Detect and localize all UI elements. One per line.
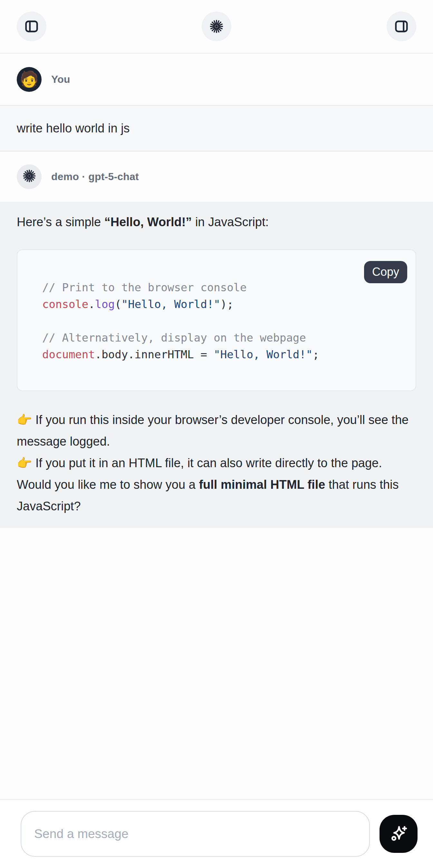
send-button[interactable] <box>379 815 417 853</box>
composer-bar <box>0 799 433 868</box>
code-block: // Print to the browser consoleconsole.l… <box>18 250 415 391</box>
assistant-author-label: demo · gpt-5-chat <box>51 171 139 183</box>
intro-bold-text: “Hello, World!” <box>104 215 192 229</box>
user-message-band: write hello world in js <box>0 105 433 151</box>
copy-code-button[interactable]: Copy <box>364 261 407 283</box>
question-bold-text: full minimal HTML file <box>199 478 325 491</box>
tip-line: 👉 If you put it in an HTML file, it can … <box>17 453 416 474</box>
sidebar-toggle-button[interactable] <box>17 11 47 41</box>
assistant-question-paragraph: Would you like me to show you a full min… <box>17 474 416 517</box>
app-logo-button[interactable] <box>202 11 231 41</box>
user-author-row: 🧑 You <box>0 54 433 105</box>
right-panel-toggle-button[interactable] <box>386 11 416 41</box>
code-line: // Print to the browser console <box>42 279 403 296</box>
assistant-message-band: Here’s a simple “Hello, World!” in JavaS… <box>0 202 433 528</box>
user-author-label: You <box>51 73 70 85</box>
tip-line: 👉 If you run this inside your browser’s … <box>17 409 416 453</box>
panel-left-icon <box>24 19 39 34</box>
code-line: console.log("Hello, World!"); <box>42 296 403 313</box>
starburst-icon <box>22 169 36 184</box>
chat-app: 🧑 You write hello world in js <box>0 0 433 868</box>
user-avatar: 🧑 <box>17 67 41 92</box>
assistant-author-row: demo · gpt-5-chat <box>0 151 433 202</box>
intro-text: Here’s a simple <box>17 215 104 229</box>
code-block-card: Copy // Print to the browser consolecons… <box>17 249 416 391</box>
code-line: // Alternatively, display on the webpage <box>42 329 403 346</box>
code-line: document.body.innerHTML = "Hello, World!… <box>42 346 403 363</box>
assistant-tips: 👉 If you run this inside your browser’s … <box>17 409 416 474</box>
code-line <box>42 313 403 329</box>
message-input[interactable] <box>21 811 370 857</box>
assistant-intro-paragraph: Here’s a simple “Hello, World!” in JavaS… <box>17 211 416 232</box>
sparkle-icon <box>388 823 409 845</box>
assistant-avatar <box>17 164 41 189</box>
intro-text: in JavaScript: <box>192 215 269 229</box>
user-message-text: write hello world in js <box>17 121 130 135</box>
top-bar <box>0 0 433 54</box>
starburst-icon <box>209 19 224 34</box>
question-text: Would you like me to show you a <box>17 478 199 491</box>
person-emoji-icon: 🧑 <box>20 71 39 87</box>
panel-right-icon <box>394 19 409 34</box>
